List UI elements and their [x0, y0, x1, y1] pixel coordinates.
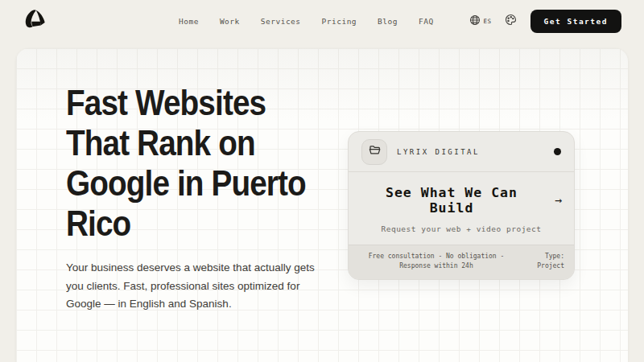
card-footer-type: Type: Project — [522, 252, 564, 272]
nav-item-services[interactable]: Services — [261, 17, 301, 26]
nav-item-faq[interactable]: FAQ — [419, 17, 434, 26]
palette-icon — [505, 14, 517, 29]
card-header: LYRIX DIGITAL — [349, 132, 574, 172]
card-footer-note: Free consultation - No obligation - Resp… — [358, 252, 514, 272]
open-folder-icon — [368, 143, 382, 160]
hero-description: Your business deserves a website that ac… — [66, 259, 320, 314]
hero-title: Fast Websites That Rank on Google in Pue… — [66, 83, 306, 244]
card-subtitle: Request your web + video project — [360, 224, 563, 233]
card-footer: Free consultation - No obligation - Resp… — [349, 245, 574, 279]
language-code: ES — [484, 18, 492, 25]
site-header: Home Work Services Pricing Blog FAQ ES — [0, 0, 644, 42]
main-nav: Home Work Services Pricing Blog FAQ — [179, 0, 434, 42]
type-value: Project — [537, 262, 564, 269]
nav-item-work[interactable]: Work — [220, 17, 240, 26]
project-request-card[interactable]: LYRIX DIGITAL See What We Can Build → Re… — [348, 131, 575, 280]
card-body: See What We Can Build → Request your web… — [349, 172, 574, 245]
type-label: Type: — [545, 253, 564, 260]
card-cta[interactable]: See What We Can Build → — [360, 185, 563, 216]
get-started-button[interactable]: Get Started — [530, 10, 621, 33]
status-dot — [554, 148, 561, 155]
hero-panel: Fast Websites That Rank on Google in Pue… — [16, 48, 628, 362]
theme-toggle[interactable] — [505, 14, 518, 27]
card-brand-label: LYRIX DIGITAL — [397, 148, 480, 156]
nav-item-pricing[interactable]: Pricing — [322, 17, 357, 26]
nav-item-home[interactable]: Home — [179, 17, 199, 26]
card-cta-label: See What We Can Build — [360, 185, 543, 216]
globe-icon — [469, 14, 481, 29]
language-switcher[interactable]: ES — [469, 14, 492, 29]
arrow-right-icon: → — [555, 193, 563, 208]
logo-horns-icon — [23, 8, 48, 34]
header-actions: ES Get Started — [469, 10, 621, 33]
nav-item-blog[interactable]: Blog — [378, 17, 398, 26]
folder-button[interactable] — [361, 139, 387, 165]
lyrix-logo[interactable] — [23, 9, 50, 33]
